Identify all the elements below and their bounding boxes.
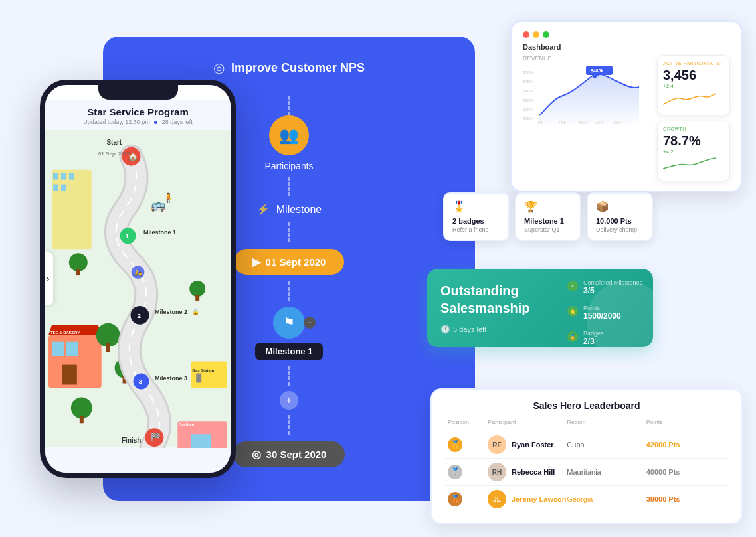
avatar-1: RH [488, 463, 506, 481]
dashboard-stats: ACTIVE PARTICIPANTS 3,456 +2.4 GROWTH 78… [657, 55, 730, 181]
svg-rect-9 [66, 342, 78, 356]
svg-rect-37 [76, 269, 80, 275]
completed-milestones-stat: ✓ Completed Milestones 3/5 [567, 279, 642, 295]
end-date-pill[interactable]: ◎ 30 Sept 2020 [233, 441, 345, 467]
side-ribbon[interactable]: 🎖› [40, 252, 53, 305]
badge-title-1: Milestone 1 [524, 217, 572, 225]
svg-rect-5 [53, 185, 58, 191]
svg-rect-31 [196, 374, 201, 383]
svg-rect-41 [80, 416, 84, 423]
finish-label: Finish [122, 433, 141, 445]
outstanding-stats: ✓ Completed Milestones 3/5 ⭐ Points 1500… [567, 279, 642, 346]
nps-icon: ◎ [213, 60, 225, 76]
traffic-green[interactable] [543, 31, 549, 38]
svg-text:$500k: $500k [523, 70, 534, 74]
traffic-yellow[interactable] [533, 31, 539, 38]
leaderboard-row-1: 🥈 RH Rebecca Hill Mauritania 40000 Pts [445, 458, 728, 485]
leaderboard-row-0: 🥇 RF Ryan Foster Cuba 42000 Pts [445, 431, 728, 458]
leaderboard-title: Sales Hero Leaderboard [445, 400, 728, 411]
svg-rect-13 [106, 343, 110, 352]
milestone1-node: ⚑ − Milestone 1 [255, 307, 324, 360]
svg-point-40 [71, 397, 92, 418]
svg-text:TEE & BAKERY: TEE & BAKERY [50, 331, 80, 335]
dashboard-header: Dashboard [523, 43, 730, 51]
phone-road-area: TEE & BAKERY Fashion 🏠 [45, 129, 231, 448]
phone-notch [98, 85, 178, 100]
timeline-line-3 [288, 222, 290, 242]
svg-text:JAN: JAN [537, 121, 544, 125]
svg-text:🏁: 🏁 [150, 432, 161, 443]
timeline-line-4 [288, 281, 290, 301]
lb-position-2: 🥉 [448, 492, 488, 506]
avatar-0: RF [488, 435, 506, 454]
points-icon: ⭐ [567, 306, 578, 317]
traffic-lights [523, 31, 730, 38]
start-date-pill[interactable]: ▶ 01 Sept 2020 [234, 249, 345, 275]
participants-label: Participants [264, 161, 313, 171]
chart-visualization: $500k $450k $400k $350k $300k $250k [523, 66, 649, 125]
badge-subtitle-2: Delivery champ [596, 226, 644, 233]
milestone1-label: Milestone 1 [255, 343, 324, 360]
badge-subtitle-0: Refer a friend [452, 226, 500, 233]
traffic-red[interactable] [523, 31, 529, 38]
svg-text:$450k: $450k [523, 80, 534, 84]
participant-name-1: Rebecca Hill [512, 468, 555, 476]
svg-text:$250k: $250k [523, 117, 534, 121]
growth-label: GROWTH [663, 127, 724, 131]
lb-position-1: 🥈 [448, 465, 488, 479]
end-icon: ◎ [252, 448, 261, 461]
lb-region-2: Georgia [567, 495, 646, 503]
lb-header-position: Position [448, 419, 488, 425]
timeline-header: ◎ Improve Customer NPS [213, 60, 365, 76]
badge-card-2: 📦 10,000 Pts Delivery champ [587, 192, 653, 241]
lb-points-1: 40000 Pts [646, 468, 725, 476]
lb-points-2: 38000 Pts [646, 495, 725, 503]
svg-rect-6 [61, 185, 66, 191]
milestone-minus-icon[interactable]: − [304, 317, 316, 329]
lb-region-1: Mauritania [567, 468, 646, 476]
badge-cards-row: 🎖️ 2 badges Refer a friend 🏆 Milestone 1… [443, 192, 653, 241]
outstanding-card: Outstanding Salesmanship 🕐 5 days left ✓… [427, 269, 653, 347]
svg-rect-4 [69, 173, 74, 180]
dashboard-card: Dashboard REVENUE $500k $450k $400k $350… [510, 20, 743, 192]
avatar-2: JL [488, 490, 506, 508]
timeline-line-6 [288, 415, 290, 435]
participant-name-2: Jeremy Lawson [512, 495, 567, 503]
phone-subtitle: Updated today, 12:30 pm 28 days left [56, 119, 220, 125]
participants-svg-icon: 👥 [279, 126, 299, 145]
svg-text:2: 2 [138, 312, 142, 319]
lb-participant-2: JL Jeremy Lawson [488, 490, 567, 508]
growth-change: +4.2 [663, 149, 724, 155]
svg-text:FEB: FEB [559, 121, 566, 125]
milestone1-icon: ⚑ [273, 307, 305, 339]
phone-title: Star Service Program [56, 106, 220, 117]
milestone1-phone-label: Milestone 1 [143, 225, 176, 237]
participants-node: 👥 Participants [264, 115, 313, 177]
growth-stat: GROWTH 78.7% +4.2 [657, 121, 730, 181]
phone-content: Star Service Program Updated today, 12:3… [45, 100, 231, 473]
svg-text:🛵: 🛵 [134, 268, 143, 277]
clock-icon: 🕐 [440, 325, 450, 334]
svg-rect-10 [62, 365, 77, 385]
add-milestone-button[interactable]: + [280, 391, 298, 410]
lb-region-0: Cuba [567, 441, 646, 449]
growth-value: 78.7% [663, 133, 724, 149]
timeline-line-5 [288, 366, 290, 386]
badge-icon-2: 📦 [596, 200, 644, 213]
timeline-title: Improve Customer NPS [231, 61, 365, 75]
phone-mockup: Star Service Program Updated today, 12:3… [40, 80, 236, 478]
leaderboard-headers: Position Participant Region Points [445, 419, 728, 425]
svg-point-36 [69, 253, 88, 271]
play-icon: ▶ [252, 256, 260, 268]
badge-icon-1: 🏆 [524, 200, 572, 213]
svg-text:MAY: MAY [614, 121, 622, 125]
lb-header-participant: Participant [488, 419, 567, 425]
lb-points-0: 42000 Pts [646, 441, 725, 449]
phone-header: Star Service Program Updated today, 12:3… [45, 100, 231, 129]
phone-dot [154, 121, 157, 124]
lb-header-region: Region [567, 419, 646, 425]
leaderboard-card: Sales Hero Leaderboard Position Particip… [430, 388, 743, 524]
active-label: ACTIVE PARTICIPANTS [663, 61, 724, 66]
milestone2-phone-label: Milestone 2 🔒 [155, 305, 199, 317]
badges-stat: 🏅 Badges 2/3 [567, 330, 642, 346]
